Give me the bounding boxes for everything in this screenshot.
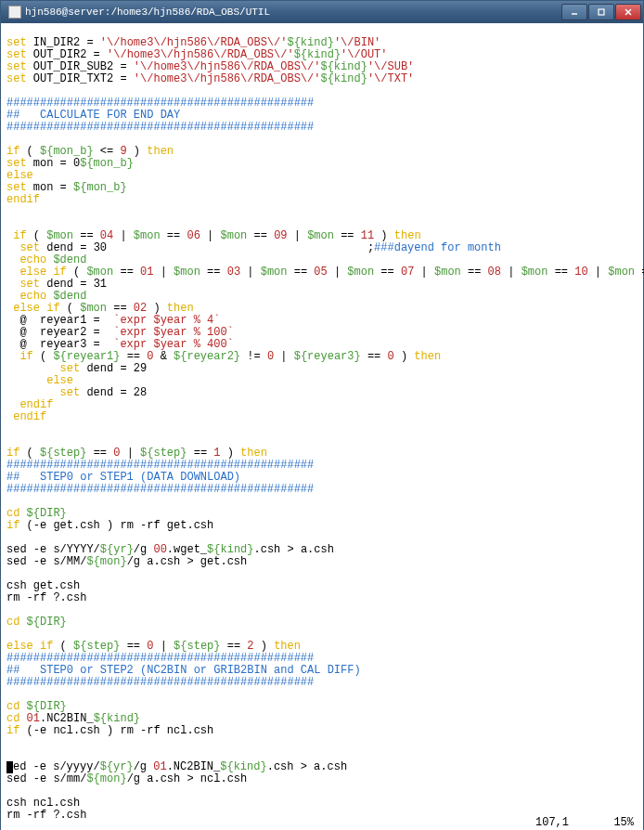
- t: ########################################…: [6, 97, 314, 110]
- t: |: [120, 447, 140, 460]
- t: ==: [334, 229, 361, 242]
- t: ==: [113, 266, 140, 279]
- t: ;: [107, 241, 374, 254]
- t: 11: [361, 229, 374, 242]
- t: 02: [134, 302, 147, 315]
- t: ${kind}: [294, 48, 341, 61]
- t: '\/home3\/hjn586\/RDA_OBS\/': [100, 36, 288, 49]
- t: /g a.csh > ncl.csh: [127, 772, 248, 785]
- t: ==: [187, 447, 213, 460]
- close-button[interactable]: [615, 4, 641, 20]
- t: ########################################…: [6, 676, 314, 689]
- t: ed -e s/yyyy/: [13, 760, 100, 773]
- t: |: [153, 266, 174, 279]
- t: '\/BIN': [334, 36, 380, 49]
- titlebar[interactable]: hjn586@server:/home3/hjn586/RDA_OBS/UTIL: [1, 1, 643, 23]
- t: @ reyear3 =: [6, 338, 113, 351]
- t: sed -e s/mm/: [6, 772, 86, 785]
- svg-rect-1: [599, 9, 604, 15]
- t: set: [6, 386, 80, 399]
- t: ${step}: [140, 447, 187, 460]
- t: if: [6, 724, 19, 737]
- t: '\/OUT': [341, 48, 387, 61]
- t: set: [6, 48, 27, 61]
- t: '\/home3\/hjn586\/RDA_OBS\/': [107, 48, 294, 61]
- t: ==: [120, 640, 147, 653]
- t: 1: [213, 447, 220, 460]
- t: ==: [107, 302, 134, 315]
- t: (: [33, 350, 54, 363]
- t: ==: [73, 229, 100, 242]
- t: `expr $year % 400`: [113, 338, 234, 351]
- t: '\/home3\/hjn586\/RDA_OBS\/': [134, 72, 321, 85]
- t: if: [6, 350, 33, 363]
- t: then: [147, 145, 174, 158]
- t: (: [53, 640, 73, 653]
- t: (: [19, 447, 40, 460]
- window-controls: [561, 4, 641, 20]
- t: ########################################…: [6, 121, 314, 134]
- t: set: [6, 241, 40, 254]
- t: ==: [247, 229, 274, 242]
- terminal-content[interactable]: set IN_DIR2 = '\/home3\/hjn586\/RDA_OBS\…: [1, 23, 643, 830]
- t: |: [501, 266, 522, 279]
- t: `expr $year % 4`: [113, 314, 220, 327]
- t: ==: [200, 266, 227, 279]
- t: 01: [140, 266, 153, 279]
- t: ${reyear1}: [53, 350, 120, 363]
- t: 0: [267, 350, 274, 363]
- t: ########################################…: [6, 483, 314, 496]
- t: ${mon_b}: [80, 157, 134, 170]
- t: echo: [6, 290, 53, 303]
- t: ${mon}: [86, 555, 126, 568]
- t: ${reyear3}: [294, 350, 361, 363]
- t: set: [6, 60, 27, 73]
- t: 2: [247, 640, 253, 653]
- t: |: [240, 266, 261, 279]
- t: 08: [488, 266, 501, 279]
- t: .csh > a.csh: [254, 543, 334, 556]
- t: /g: [134, 760, 154, 773]
- t: '\/home3\/hjn586\/RDA_OBS\/': [134, 60, 321, 73]
- t: (-e ncl.csh ) rm -rf ncl.csh: [19, 724, 213, 737]
- t: cd: [6, 616, 27, 629]
- t: &: [153, 350, 174, 363]
- t: 07: [401, 266, 414, 279]
- t: (: [60, 302, 81, 315]
- t: |: [588, 266, 609, 279]
- t: (: [19, 145, 40, 158]
- t: ): [254, 640, 275, 653]
- scroll-percent: 15%: [613, 817, 634, 829]
- t: $dend: [53, 253, 86, 266]
- terminal-window: hjn586@server:/home3/hjn586/RDA_OBS/UTIL…: [0, 0, 644, 830]
- t: 00: [153, 543, 166, 556]
- t: set: [6, 362, 80, 375]
- t: $mon: [174, 266, 200, 279]
- t: then: [414, 350, 441, 363]
- t: |: [328, 266, 348, 279]
- t: $mon: [522, 266, 548, 279]
- t: then: [274, 640, 301, 653]
- t: else if: [6, 302, 60, 315]
- t: ${step}: [73, 640, 120, 653]
- t: 04: [100, 229, 113, 242]
- t: |: [288, 229, 308, 242]
- t: cd: [6, 507, 27, 520]
- t: ${step}: [40, 447, 86, 460]
- t: IN_DIR2 =: [27, 36, 100, 49]
- t: then: [240, 447, 267, 460]
- maximize-button[interactable]: [588, 4, 614, 20]
- t: .NC2BIN_: [167, 760, 221, 773]
- t: 05: [314, 266, 327, 279]
- t: ${yr}: [100, 543, 134, 556]
- t: OUT_DIR_TXT2 =: [27, 72, 134, 85]
- t: sed -e s/YYYY/: [6, 543, 100, 556]
- t: |: [274, 350, 294, 363]
- t: (: [67, 266, 87, 279]
- t: ${kind}: [94, 712, 140, 725]
- minimize-button[interactable]: [561, 4, 587, 20]
- t: rm -rf ?.csh: [6, 591, 86, 604]
- t: ==: [288, 266, 315, 279]
- t: ${kind}: [207, 543, 253, 556]
- t: OUT_DIR_SUB2 =: [27, 60, 134, 73]
